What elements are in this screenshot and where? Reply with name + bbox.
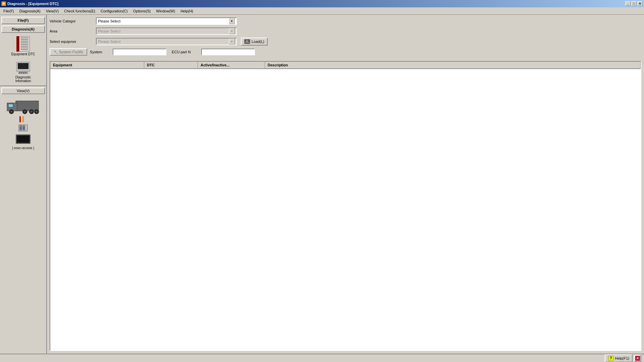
- select-equipment-select[interactable]: Please Select ▼: [96, 38, 237, 45]
- wrench-icon: 🔧: [54, 50, 58, 54]
- svg-rect-5: [23, 72, 24, 73]
- vehicle-name-label: [ HINO-BOWIE ]: [12, 146, 34, 150]
- truck-icon: [6, 98, 40, 115]
- results-table: Equipment DTC Active/Inactive... Descrip…: [50, 61, 641, 351]
- sidebar-item-diagnostic-info[interactable]: Diagnostic Infomation: [0, 59, 46, 85]
- close-x-icon: ✕: [635, 356, 640, 361]
- svg-rect-19: [22, 116, 24, 122]
- select-equipment-arrow[interactable]: ▼: [229, 39, 235, 45]
- connector-lines-icon: [18, 116, 28, 123]
- menu-options[interactable]: Options(S): [130, 8, 154, 14]
- select-equipment-row: Select equipmer Please Select ▼ Load(L): [50, 38, 641, 46]
- svg-rect-18: [19, 116, 21, 122]
- vehicle-category-row: Vehicle Categor Please Select ▼: [50, 17, 641, 25]
- svg-rect-27: [245, 42, 250, 43]
- system-row: 🔧 System Fix(W) System ECU part N: [50, 48, 641, 56]
- window-title: Diagnosis - [Equipment DTC]: [7, 2, 58, 6]
- area-arrow[interactable]: ▼: [229, 28, 235, 34]
- load-icon: [244, 39, 250, 44]
- app-icon: ⊕: [1, 1, 6, 6]
- sidebar-item-equipment-dtc[interactable]: Equipment DTC: [0, 34, 46, 59]
- equipment-dtc-label: Equipment DTC: [11, 52, 35, 56]
- system-fix-label: System Fix(W): [59, 50, 83, 54]
- vehicle-category-value: Please Select: [98, 19, 229, 23]
- column-active-inactive[interactable]: Active/Inactive...: [198, 62, 265, 68]
- title-bar: ⊕ Diagnosis - [Equipment DTC] _ □ ✕: [0, 0, 644, 7]
- menu-help[interactable]: Help(H): [178, 8, 196, 14]
- help-icon: ?: [608, 356, 613, 361]
- area-select[interactable]: Please Select ▼: [96, 27, 237, 35]
- help-label: Help(F1): [615, 356, 629, 360]
- svg-point-13: [24, 111, 26, 113]
- svg-rect-24: [23, 127, 24, 129]
- area-label: Area: [50, 29, 93, 33]
- status-bar: ? Help(F1) ✕: [0, 354, 644, 362]
- select-equipment-value: Please Select: [98, 40, 229, 44]
- column-equipment[interactable]: Equipment: [50, 62, 144, 68]
- help-button[interactable]: ? Help(F1): [605, 354, 633, 362]
- area-row: Area Please Select ▼: [50, 27, 641, 35]
- svg-rect-3: [19, 72, 20, 73]
- vehicle-category-label: Vehicle Categor: [50, 19, 93, 23]
- sidebar-diagnosis-button[interactable]: Diagnosis(A): [1, 25, 45, 33]
- sidebar-top: File(F) Diagnosis(A): [0, 16, 46, 34]
- menu-diagnosis[interactable]: Diagnosis(A): [17, 8, 43, 14]
- title-bar-controls: _ □ ✕: [625, 1, 643, 6]
- maximize-button[interactable]: □: [631, 1, 637, 6]
- svg-rect-1: [18, 63, 29, 69]
- ecu-part-label: ECU part N: [172, 50, 199, 54]
- svg-point-15: [31, 111, 33, 113]
- vehicle-category-arrow[interactable]: ▼: [229, 18, 235, 24]
- monitor-icon: [16, 134, 31, 144]
- svg-rect-4: [21, 72, 22, 73]
- table-header: Equipment DTC Active/Inactive... Descrip…: [50, 62, 641, 69]
- sidebar-view-button[interactable]: View(V): [1, 87, 45, 94]
- system-label: System: [90, 50, 110, 54]
- vehicle-diagram: [ HINO-BOWIE ]: [0, 96, 46, 153]
- menu-file[interactable]: File(F): [1, 8, 17, 14]
- close-button[interactable]: ✕: [637, 1, 643, 6]
- svg-rect-23: [20, 127, 21, 129]
- table-body: [50, 69, 641, 350]
- close-status-button[interactable]: ✕: [634, 355, 641, 362]
- main-container: File(F) Diagnosis(A) Equipment DTC: [0, 15, 644, 354]
- menu-view[interactable]: View(V): [43, 8, 61, 14]
- sidebar: File(F) Diagnosis(A) Equipment DTC: [0, 15, 47, 354]
- select-equipment-label: Select equipmer: [50, 40, 93, 44]
- svg-rect-9: [8, 104, 13, 107]
- svg-point-11: [10, 111, 12, 113]
- load-button[interactable]: Load(L): [241, 38, 268, 46]
- ecu-part-input[interactable]: [201, 49, 255, 55]
- svg-rect-7: [16, 101, 39, 111]
- equipment-dtc-icon: [16, 36, 30, 52]
- menu-configuration[interactable]: Configuration(C): [98, 8, 130, 14]
- sidebar-file-button[interactable]: File(F): [1, 17, 45, 24]
- menu-bar: File(F) Diagnosis(A) View(V) Check funct…: [0, 7, 644, 15]
- vehicle-category-select[interactable]: Please Select ▼: [96, 17, 237, 25]
- menu-window[interactable]: Window(W): [153, 8, 178, 14]
- system-fix-button[interactable]: 🔧 System Fix(W): [50, 48, 87, 56]
- view-section: View(V): [0, 85, 46, 96]
- connector-block-icon: [18, 124, 28, 132]
- minimize-button[interactable]: _: [625, 1, 631, 6]
- diagnostic-info-icon: [16, 61, 31, 75]
- system-input[interactable]: [113, 49, 166, 55]
- area-value: Please Select: [98, 29, 229, 33]
- load-button-label: Load(L): [252, 40, 264, 44]
- svg-point-17: [36, 111, 38, 113]
- content-area: Vehicle Categor Please Select ▼ Area Ple…: [47, 15, 644, 354]
- column-description[interactable]: Description: [265, 62, 641, 68]
- diagnostic-info-label: Diagnostic Infomation: [15, 75, 31, 83]
- svg-rect-6: [25, 72, 26, 73]
- menu-check-functions[interactable]: Check functions(E): [61, 8, 98, 14]
- column-dtc[interactable]: DTC: [144, 62, 198, 68]
